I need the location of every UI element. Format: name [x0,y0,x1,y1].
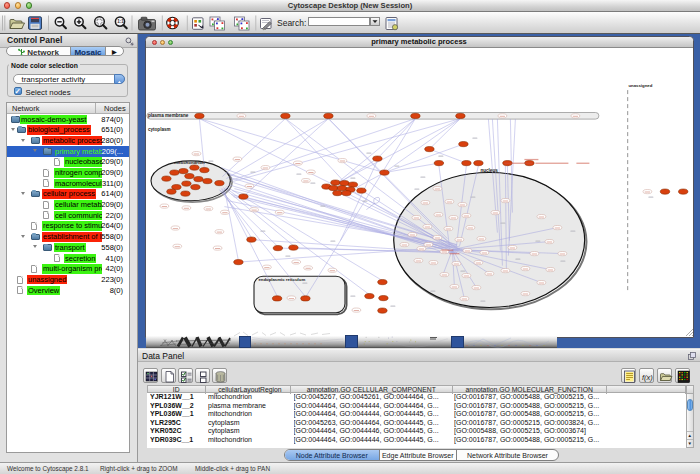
svg-text:f(x): f(x) [642,372,653,381]
svg-text:nucleus: nucleus [480,168,498,173]
svg-text:1:1: 1:1 [117,19,124,24]
svg-text:unassigned: unassigned [628,84,652,89]
svg-text:endoplasmic reticulum: endoplasmic reticulum [258,277,305,282]
svg-text:mitochondrion: mitochondrion [173,161,204,166]
svg-text:cytoplasm: cytoplasm [147,127,170,132]
svg-text:plasma membrane: plasma membrane [147,113,188,118]
